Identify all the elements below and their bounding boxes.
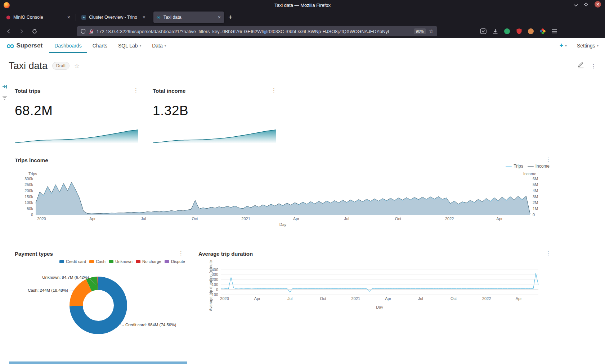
tab-separator — [151, 14, 151, 21]
chevron-down-icon: ▾ — [565, 44, 567, 47]
dashboard-canvas: Total trips ⋮ 68.2M Total income ⋮ 1.32B… — [0, 78, 605, 364]
titlebar: Taxi data — Mozilla Firefox — [0, 0, 605, 10]
svg-text:3M: 3M — [533, 195, 538, 199]
chart-kebab-icon[interactable]: ⋮ — [133, 87, 139, 94]
legend-label: Dispute — [171, 259, 185, 264]
svg-text:300k: 300k — [24, 177, 33, 181]
svg-text:0: 0 — [31, 213, 33, 217]
ublock-shield-icon[interactable] — [515, 28, 523, 35]
superset-favicon: ∞ — [157, 15, 161, 19]
total-income-sparkline[interactable] — [153, 129, 276, 143]
card-avg-trip-duration: Average trip duration ⋮ Average trip dur… — [193, 246, 555, 318]
legend-item[interactable]: Trips — [506, 164, 523, 169]
legend-swatch — [165, 260, 169, 263]
chart-kebab-icon[interactable]: ⋮ — [178, 250, 184, 256]
svg-text:Jul: Jul — [141, 217, 146, 221]
tab-close-icon[interactable]: × — [67, 15, 70, 20]
trips-income-chart[interactable]: 050k100k150k200k250k300k01M2M3M4M5M6M202… — [13, 172, 550, 229]
svg-text:200k: 200k — [24, 188, 33, 193]
tab-trino-cluster-overview[interactable]: Cluster Overview - Trino × — [78, 12, 149, 23]
card-total-trips: Total trips ⋮ 68.2M — [9, 83, 142, 145]
nav-item-data[interactable]: Data▾ — [147, 38, 171, 53]
svg-text:150k: 150k — [24, 195, 33, 199]
legend-item[interactable]: Unknown — [109, 259, 133, 264]
svg-text:100: 100 — [212, 282, 218, 287]
insecure-lock-icon[interactable] — [89, 29, 94, 34]
legend-item[interactable]: Income — [528, 164, 550, 169]
chart-title: Trips income — [9, 153, 555, 163]
legend-item[interactable]: Dispute — [165, 259, 185, 264]
chart-kebab-icon[interactable]: ⋮ — [546, 156, 551, 163]
edit-pencil-icon[interactable] — [578, 62, 584, 70]
tab-close-icon[interactable]: × — [143, 15, 145, 20]
tab-separator — [76, 14, 76, 21]
nav-item-dashboards[interactable]: Dashboards — [49, 38, 87, 53]
legend-item[interactable]: Cash — [89, 259, 106, 264]
chart-title: Total income — [147, 83, 280, 94]
svg-text:4M: 4M — [533, 188, 538, 193]
tab-label: Taxi data — [163, 15, 215, 20]
new-tab-button[interactable]: + — [228, 14, 233, 21]
chart-kebab-icon[interactable]: ⋮ — [271, 87, 277, 94]
legend-label: Credit card — [66, 259, 86, 264]
chart-legend: TripsIncome — [506, 164, 550, 169]
svg-text:Jul: Jul — [344, 217, 349, 221]
svg-text:Cash: 244M (18.48%): Cash: 244M (18.48%) — [28, 288, 68, 292]
legend-label: Cash — [96, 259, 106, 264]
zoom-level-badge[interactable]: 90% — [414, 28, 426, 34]
legend-swatch — [528, 166, 534, 167]
svg-text:2M: 2M — [533, 200, 538, 205]
tab-minio-console[interactable]: MinIO Console × — [3, 12, 73, 23]
total-trips-sparkline[interactable] — [15, 129, 138, 143]
extension-avatar-icon[interactable] — [527, 28, 534, 35]
svg-text:2020: 2020 — [220, 296, 229, 301]
svg-text:0: 0 — [216, 287, 218, 292]
favorite-star-icon[interactable]: ☆ — [74, 62, 80, 70]
superset-logo[interactable]: ∞ Superset — [6, 41, 42, 50]
window-maximize-button[interactable] — [584, 2, 588, 8]
chart-kebab-icon[interactable]: ⋮ — [546, 250, 551, 256]
extension-pinwheel-icon[interactable] — [539, 28, 546, 35]
legend-item[interactable]: No charge — [136, 259, 161, 264]
menu-hamburger-icon[interactable] — [551, 28, 558, 35]
svg-text:Credit card: 984M (74.56%): Credit card: 984M (74.56%) — [125, 323, 176, 327]
minio-icon — [6, 15, 10, 20]
url-bar[interactable]: 172.18.0.4:32295/superset/dashboard/1/?n… — [77, 26, 437, 36]
new-item-button[interactable]: +▾ — [560, 42, 567, 49]
svg-text:Apr: Apr — [496, 217, 502, 221]
nav-item-sql-lab[interactable]: SQL Lab▾ — [113, 38, 147, 53]
legend-label: Unknown — [115, 259, 133, 264]
draft-status-badge: Draft — [52, 62, 70, 70]
svg-text:200: 200 — [212, 277, 218, 282]
svg-text:Oct: Oct — [451, 296, 457, 301]
tab-taxi-data[interactable]: ∞ Taxi data × — [153, 12, 224, 23]
svg-text:2022: 2022 — [482, 296, 491, 301]
extension-green-icon[interactable] — [503, 28, 511, 35]
filter-icon[interactable] — [2, 95, 7, 101]
tab-close-icon[interactable]: × — [218, 15, 221, 20]
pocket-icon[interactable] — [480, 28, 487, 35]
back-button[interactable] — [4, 26, 14, 36]
settings-menu[interactable]: Settings▾ — [577, 43, 599, 49]
window-minimize-button[interactable] — [574, 2, 578, 8]
payment-types-donut-chart[interactable]: Unknown: 84.7M (6.42%)Cash: 244M (18.48%… — [9, 264, 187, 364]
expand-filter-bar-icon[interactable] — [2, 84, 7, 91]
url-text[interactable]: 172.18.0.4:32295/superset/dashboard/1/?n… — [97, 29, 411, 34]
svg-text:2021: 2021 — [351, 296, 360, 301]
avg-trip-duration-chart[interactable]: -10001002003004002020AprJulOct2021AprJul… — [203, 260, 555, 312]
tracking-protection-shield-icon[interactable] — [81, 29, 86, 34]
downloads-icon[interactable] — [492, 28, 499, 35]
forward-button[interactable] — [17, 26, 27, 36]
legend-item[interactable]: Credit card — [59, 259, 86, 264]
superset-brand-name: Superset — [16, 42, 42, 49]
dashboard-header: Taxi data Draft ☆ ⋮ — [0, 53, 605, 78]
filter-rail — [2, 84, 7, 101]
svg-text:Day: Day — [376, 305, 383, 309]
svg-text:400: 400 — [212, 268, 218, 272]
nav-item-charts[interactable]: Charts — [87, 38, 113, 53]
svg-text:6M: 6M — [533, 177, 538, 181]
window-close-button[interactable] — [594, 1, 601, 9]
reload-button[interactable] — [30, 26, 40, 36]
bookmark-star-icon[interactable]: ☆ — [429, 28, 434, 35]
dashboard-menu-kebab-icon[interactable]: ⋮ — [591, 63, 596, 69]
